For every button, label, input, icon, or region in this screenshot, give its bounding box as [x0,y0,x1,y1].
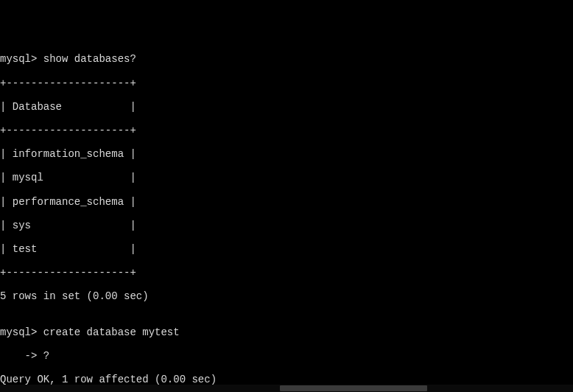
terminal-line: mysql> create database mytest [0,326,573,338]
terminal-line: | information_schema | [0,148,573,160]
terminal-line: | Database | [0,101,573,113]
terminal-line: | performance_schema | [0,196,573,208]
terminal-line: | test | [0,243,573,255]
terminal-line: +--------------------+ [0,125,573,136]
horizontal-scrollbar-thumb[interactable] [280,385,427,391]
terminal-line: | mysql | [0,172,573,183]
terminal-line: +--------------------+ [0,267,573,279]
terminal-line: mysql> show databases? [0,53,573,65]
terminal-line: Query OK, 1 row affected (0.00 sec) [0,374,573,385]
horizontal-scrollbar-track[interactable] [0,385,573,392]
terminal-line: +--------------------+ [0,77,573,89]
terminal-line: 5 rows in set (0.00 sec) [0,290,573,302]
terminal-line: | sys | [0,220,573,231]
terminal-line: -> ? [0,350,573,362]
